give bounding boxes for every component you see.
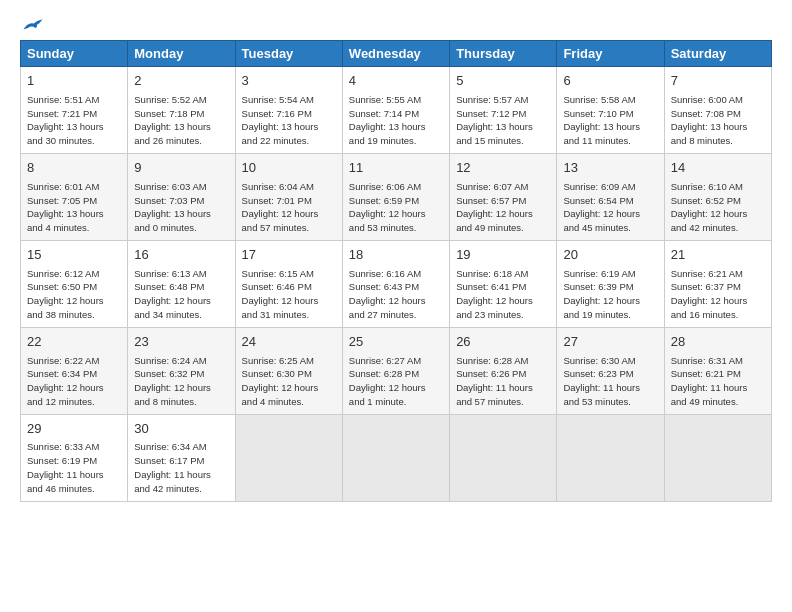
daylight-text: Daylight: 13 hours and 11 minutes. <box>563 121 640 146</box>
sunset-text: Sunset: 6:28 PM <box>349 368 419 379</box>
day-number: 8 <box>27 159 121 178</box>
sunset-text: Sunset: 7:16 PM <box>242 108 312 119</box>
day-number: 15 <box>27 246 121 265</box>
calendar-day-cell: 10Sunrise: 6:04 AMSunset: 7:01 PMDayligh… <box>235 153 342 240</box>
sunset-text: Sunset: 6:34 PM <box>27 368 97 379</box>
day-number: 29 <box>27 420 121 439</box>
sunset-text: Sunset: 7:01 PM <box>242 195 312 206</box>
daylight-text: Daylight: 13 hours and 8 minutes. <box>671 121 748 146</box>
calendar-week-row: 1Sunrise: 5:51 AMSunset: 7:21 PMDaylight… <box>21 67 772 154</box>
calendar-day-cell <box>557 414 664 501</box>
sunset-text: Sunset: 7:10 PM <box>563 108 633 119</box>
daylight-text: Daylight: 13 hours and 22 minutes. <box>242 121 319 146</box>
logo <box>20 16 44 34</box>
day-number: 16 <box>134 246 228 265</box>
calendar-day-cell: 23Sunrise: 6:24 AMSunset: 6:32 PMDayligh… <box>128 327 235 414</box>
calendar-week-row: 22Sunrise: 6:22 AMSunset: 6:34 PMDayligh… <box>21 327 772 414</box>
calendar-day-cell: 21Sunrise: 6:21 AMSunset: 6:37 PMDayligh… <box>664 240 771 327</box>
sunrise-text: Sunrise: 6:00 AM <box>671 94 743 105</box>
header-saturday: Saturday <box>664 41 771 67</box>
sunset-text: Sunset: 7:14 PM <box>349 108 419 119</box>
sunset-text: Sunset: 6:46 PM <box>242 281 312 292</box>
daylight-text: Daylight: 12 hours and 4 minutes. <box>242 382 319 407</box>
daylight-text: Daylight: 12 hours and 8 minutes. <box>134 382 211 407</box>
header-monday: Monday <box>128 41 235 67</box>
days-header-row: Sunday Monday Tuesday Wednesday Thursday… <box>21 41 772 67</box>
sunset-text: Sunset: 6:52 PM <box>671 195 741 206</box>
sunset-text: Sunset: 6:50 PM <box>27 281 97 292</box>
daylight-text: Daylight: 11 hours and 42 minutes. <box>134 469 211 494</box>
calendar-day-cell: 20Sunrise: 6:19 AMSunset: 6:39 PMDayligh… <box>557 240 664 327</box>
sunset-text: Sunset: 6:48 PM <box>134 281 204 292</box>
sunrise-text: Sunrise: 6:22 AM <box>27 355 99 366</box>
daylight-text: Daylight: 12 hours and 23 minutes. <box>456 295 533 320</box>
sunset-text: Sunset: 6:21 PM <box>671 368 741 379</box>
day-number: 23 <box>134 333 228 352</box>
day-number: 20 <box>563 246 657 265</box>
sunrise-text: Sunrise: 6:34 AM <box>134 441 206 452</box>
day-number: 13 <box>563 159 657 178</box>
day-number: 3 <box>242 72 336 91</box>
calendar-day-cell: 9Sunrise: 6:03 AMSunset: 7:03 PMDaylight… <box>128 153 235 240</box>
sunrise-text: Sunrise: 6:21 AM <box>671 268 743 279</box>
calendar-day-cell: 1Sunrise: 5:51 AMSunset: 7:21 PMDaylight… <box>21 67 128 154</box>
sunset-text: Sunset: 7:05 PM <box>27 195 97 206</box>
day-number: 1 <box>27 72 121 91</box>
sunrise-text: Sunrise: 6:03 AM <box>134 181 206 192</box>
day-number: 5 <box>456 72 550 91</box>
sunrise-text: Sunrise: 6:31 AM <box>671 355 743 366</box>
day-number: 21 <box>671 246 765 265</box>
sunrise-text: Sunrise: 6:25 AM <box>242 355 314 366</box>
day-number: 28 <box>671 333 765 352</box>
day-number: 6 <box>563 72 657 91</box>
sunrise-text: Sunrise: 6:28 AM <box>456 355 528 366</box>
sunrise-text: Sunrise: 5:58 AM <box>563 94 635 105</box>
daylight-text: Daylight: 12 hours and 27 minutes. <box>349 295 426 320</box>
calendar-table: Sunday Monday Tuesday Wednesday Thursday… <box>20 40 772 502</box>
sunrise-text: Sunrise: 6:15 AM <box>242 268 314 279</box>
calendar-day-cell: 26Sunrise: 6:28 AMSunset: 6:26 PMDayligh… <box>450 327 557 414</box>
sunset-text: Sunset: 6:23 PM <box>563 368 633 379</box>
daylight-text: Daylight: 11 hours and 49 minutes. <box>671 382 748 407</box>
day-number: 10 <box>242 159 336 178</box>
sunset-text: Sunset: 6:37 PM <box>671 281 741 292</box>
day-number: 9 <box>134 159 228 178</box>
daylight-text: Daylight: 12 hours and 1 minute. <box>349 382 426 407</box>
daylight-text: Daylight: 12 hours and 57 minutes. <box>242 208 319 233</box>
day-number: 18 <box>349 246 443 265</box>
sunrise-text: Sunrise: 6:33 AM <box>27 441 99 452</box>
sunrise-text: Sunrise: 6:19 AM <box>563 268 635 279</box>
daylight-text: Daylight: 11 hours and 53 minutes. <box>563 382 640 407</box>
sunrise-text: Sunrise: 5:51 AM <box>27 94 99 105</box>
calendar-day-cell: 22Sunrise: 6:22 AMSunset: 6:34 PMDayligh… <box>21 327 128 414</box>
day-number: 12 <box>456 159 550 178</box>
daylight-text: Daylight: 12 hours and 53 minutes. <box>349 208 426 233</box>
calendar-day-cell: 15Sunrise: 6:12 AMSunset: 6:50 PMDayligh… <box>21 240 128 327</box>
sunrise-text: Sunrise: 6:27 AM <box>349 355 421 366</box>
calendar-week-row: 29Sunrise: 6:33 AMSunset: 6:19 PMDayligh… <box>21 414 772 501</box>
daylight-text: Daylight: 12 hours and 49 minutes. <box>456 208 533 233</box>
daylight-text: Daylight: 12 hours and 45 minutes. <box>563 208 640 233</box>
sunset-text: Sunset: 7:18 PM <box>134 108 204 119</box>
calendar-day-cell: 8Sunrise: 6:01 AMSunset: 7:05 PMDaylight… <box>21 153 128 240</box>
day-number: 17 <box>242 246 336 265</box>
day-number: 4 <box>349 72 443 91</box>
calendar-day-cell: 6Sunrise: 5:58 AMSunset: 7:10 PMDaylight… <box>557 67 664 154</box>
sunset-text: Sunset: 6:19 PM <box>27 455 97 466</box>
daylight-text: Daylight: 11 hours and 57 minutes. <box>456 382 533 407</box>
calendar-day-cell: 2Sunrise: 5:52 AMSunset: 7:18 PMDaylight… <box>128 67 235 154</box>
sunset-text: Sunset: 6:59 PM <box>349 195 419 206</box>
day-number: 2 <box>134 72 228 91</box>
daylight-text: Daylight: 12 hours and 19 minutes. <box>563 295 640 320</box>
sunrise-text: Sunrise: 5:52 AM <box>134 94 206 105</box>
day-number: 14 <box>671 159 765 178</box>
sunrise-text: Sunrise: 6:04 AM <box>242 181 314 192</box>
calendar-day-cell: 25Sunrise: 6:27 AMSunset: 6:28 PMDayligh… <box>342 327 449 414</box>
sunrise-text: Sunrise: 6:24 AM <box>134 355 206 366</box>
calendar-day-cell: 18Sunrise: 6:16 AMSunset: 6:43 PMDayligh… <box>342 240 449 327</box>
sunrise-text: Sunrise: 6:16 AM <box>349 268 421 279</box>
sunset-text: Sunset: 6:57 PM <box>456 195 526 206</box>
sunrise-text: Sunrise: 6:30 AM <box>563 355 635 366</box>
sunset-text: Sunset: 7:21 PM <box>27 108 97 119</box>
calendar-day-cell: 29Sunrise: 6:33 AMSunset: 6:19 PMDayligh… <box>21 414 128 501</box>
